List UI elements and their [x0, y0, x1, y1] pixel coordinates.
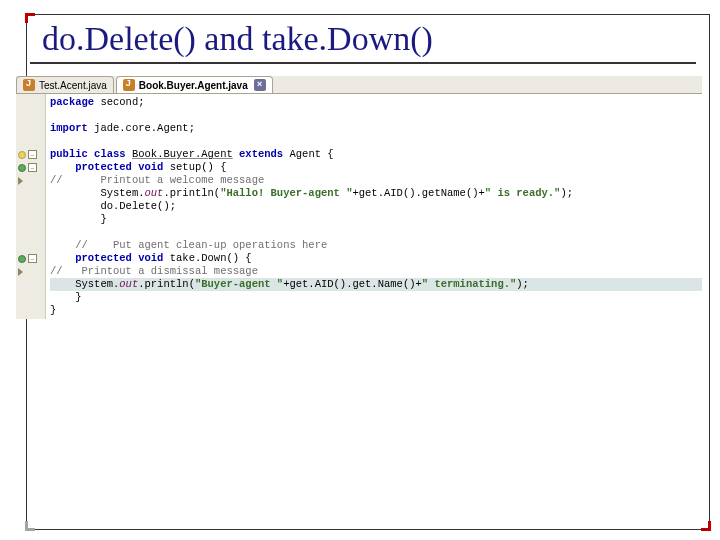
kw-protected-void: protected void — [50, 252, 163, 264]
tab-book-buyer-agent[interactable]: Book.Buyer.Agent.java × — [116, 76, 273, 93]
string: "Hallo! Buyer-agent " — [220, 187, 352, 199]
corner-decoration — [25, 13, 35, 23]
comment: // Printout a welcome message — [50, 174, 264, 186]
corner-decoration — [25, 521, 35, 531]
comment: Put agent clean-up operations here — [94, 239, 327, 251]
code-text: System. — [50, 278, 119, 290]
string: " terminating." — [422, 278, 517, 290]
kw-public-class: public class — [50, 148, 132, 160]
close-icon[interactable]: × — [254, 79, 266, 91]
marker-icon — [18, 268, 23, 276]
string: " is ready." — [485, 187, 561, 199]
override-icon[interactable] — [18, 255, 26, 263]
string: "Buyer-agent " — [195, 278, 283, 290]
code-text: take.Down() { — [163, 252, 251, 264]
code-text: Agent { — [283, 148, 333, 160]
code-text: ); — [560, 187, 573, 199]
code-text: jade.core.Agent; — [88, 122, 195, 134]
fold-minus-icon[interactable]: – — [28, 150, 37, 159]
comment: // — [50, 239, 94, 251]
code-text: .println( — [163, 187, 220, 199]
class-name: Book.Buyer.Agent — [132, 148, 233, 160]
comment: // Printout a dismissal message — [50, 265, 258, 277]
kw-protected-void: protected void — [50, 161, 163, 173]
slide-title: do.Delete() and take.Down() — [42, 20, 433, 58]
editor-tabs: Test.Acent.java Book.Buyer.Agent.java × — [16, 76, 702, 94]
title-underline — [30, 62, 696, 64]
kw-package: package — [50, 96, 94, 108]
code-text: do.Delete(); — [50, 200, 176, 212]
code-text: second; — [94, 96, 144, 108]
override-icon[interactable] — [18, 164, 26, 172]
corner-decoration — [701, 521, 711, 531]
code-text: } — [50, 213, 107, 225]
fold-minus-icon[interactable]: – — [28, 254, 37, 263]
gutter: – – – — [16, 94, 46, 319]
code-text: ); — [516, 278, 529, 290]
bulb-icon[interactable] — [18, 151, 26, 159]
code-text: System. — [50, 187, 145, 199]
ide-screenshot: Test.Acent.java Book.Buyer.Agent.java × … — [16, 76, 702, 319]
java-file-icon — [123, 79, 135, 91]
tab-label: Test.Acent.java — [39, 80, 107, 91]
field-out: out — [119, 278, 138, 290]
code-text: .println( — [138, 278, 195, 290]
marker-icon — [18, 177, 23, 185]
code-text: } — [50, 304, 56, 316]
code-text: +get.AID().get.Name()+ — [283, 278, 422, 290]
tab-test-agent[interactable]: Test.Acent.java — [16, 76, 114, 93]
highlighted-line: System.out.println("Buyer-agent "+get.AI… — [50, 278, 702, 291]
code-text: } — [50, 291, 82, 303]
editor-pane: – – – package second; import jade.core.A… — [16, 94, 702, 319]
field-out: out — [145, 187, 164, 199]
kw-import: import — [50, 122, 88, 134]
code-text: +get.AID().getName()+ — [352, 187, 484, 199]
tab-label: Book.Buyer.Agent.java — [139, 80, 248, 91]
code-area[interactable]: package second; import jade.core.Agent; … — [46, 94, 702, 319]
java-file-icon — [23, 79, 35, 91]
fold-minus-icon[interactable]: – — [28, 163, 37, 172]
code-text: setup() { — [163, 161, 226, 173]
kw-extends: extends — [233, 148, 283, 160]
